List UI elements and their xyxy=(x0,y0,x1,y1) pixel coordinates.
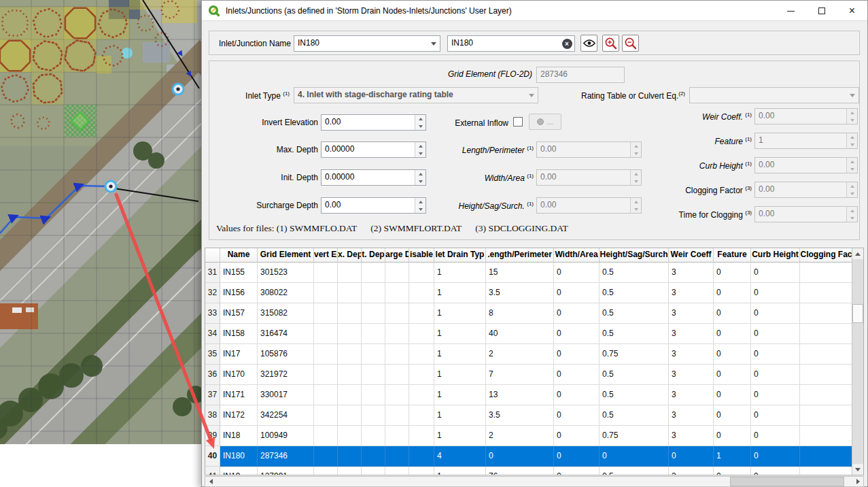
table-cell[interactable]: 0.75 xyxy=(600,344,669,365)
column-header-arge-d[interactable]: arge D xyxy=(385,248,409,263)
table-cell[interactable] xyxy=(385,365,409,385)
table-cell[interactable]: 1 xyxy=(434,303,486,324)
table-cell[interactable]: 0 xyxy=(751,446,800,467)
table-cell[interactable]: IN158 xyxy=(220,324,258,344)
inlet-junction-name-combo[interactable]: IN180 xyxy=(294,35,440,52)
table-row-in18[interactable]: 39IN181009491200.75300 xyxy=(205,426,863,446)
table-cell[interactable] xyxy=(338,405,362,426)
invert-elevation-field[interactable]: 0.00 xyxy=(321,114,426,131)
table-cell[interactable] xyxy=(800,467,853,475)
table-cell[interactable]: 0 xyxy=(714,467,751,475)
table-cell[interactable]: 0 xyxy=(714,405,751,426)
table-cell[interactable]: IN170 xyxy=(220,365,258,385)
table-cell[interactable]: 0 xyxy=(554,446,600,467)
close-button[interactable]: × xyxy=(837,1,867,21)
table-cell[interactable]: 2 xyxy=(486,344,554,365)
clear-input-icon[interactable]: × xyxy=(559,36,574,51)
table-cell[interactable]: 0 xyxy=(751,324,800,344)
table-cell[interactable]: 1 xyxy=(434,263,486,283)
table-row-in170[interactable]: 36IN1703219721700.5300 xyxy=(205,365,863,385)
column-header-let-drain-typ[interactable]: let Drain Typ xyxy=(434,248,486,263)
column-header-isable[interactable]: isable xyxy=(409,248,434,263)
horizontal-scroll-thumb[interactable] xyxy=(730,477,844,486)
table-row-in171[interactable]: 37IN17133001711300.5300 xyxy=(205,385,863,405)
table-cell[interactable] xyxy=(314,405,338,426)
table-cell[interactable] xyxy=(385,324,409,344)
table-cell[interactable]: 0 xyxy=(486,446,554,467)
column-header-rownum[interactable] xyxy=(205,248,220,263)
eye-button[interactable] xyxy=(580,35,597,52)
zoom-in-button[interactable] xyxy=(602,35,619,52)
table-cell[interactable] xyxy=(314,263,338,283)
table-cell[interactable]: 0 xyxy=(554,365,600,385)
table-cell[interactable] xyxy=(338,467,362,475)
table-cell[interactable]: 0 xyxy=(554,405,600,426)
table-cell[interactable] xyxy=(338,344,362,365)
table-cell[interactable]: 0 xyxy=(669,446,714,467)
table-cell[interactable]: 1 xyxy=(434,467,486,475)
table-cell[interactable] xyxy=(338,283,362,303)
column-header-x-dep[interactable]: x. Dep xyxy=(338,248,362,263)
init-depth-field[interactable]: 0.00000 xyxy=(321,169,426,186)
table-cell[interactable]: 0 xyxy=(751,283,800,303)
table-cell[interactable] xyxy=(314,324,338,344)
table-cell[interactable] xyxy=(385,283,409,303)
table-cell[interactable]: 0 xyxy=(714,365,751,385)
table-cell[interactable]: 0 xyxy=(751,467,800,475)
table-cell[interactable]: 3 xyxy=(669,283,714,303)
row-number[interactable]: 35 xyxy=(205,344,220,365)
vertical-scrollbar[interactable] xyxy=(852,248,863,475)
table-cell[interactable] xyxy=(362,263,385,283)
row-number[interactable]: 41 xyxy=(205,467,220,475)
table-cell[interactable]: 3 xyxy=(669,263,714,283)
table-cell[interactable]: 1 xyxy=(434,405,486,426)
table-cell[interactable] xyxy=(338,385,362,405)
table-cell[interactable] xyxy=(385,385,409,405)
table-cell[interactable]: 0 xyxy=(554,344,600,365)
table-cell[interactable]: 7 xyxy=(486,365,554,385)
maximize-button[interactable] xyxy=(806,1,837,21)
table-cell[interactable]: 0.5 xyxy=(600,283,669,303)
table-cell[interactable]: 3 xyxy=(669,467,714,475)
table-cell[interactable] xyxy=(362,365,385,385)
table-row-in156[interactable]: 32IN15630802213.500.5300 xyxy=(205,283,863,303)
table-cell[interactable] xyxy=(338,324,362,344)
scroll-down-icon[interactable] xyxy=(852,464,863,475)
scroll-left-icon[interactable] xyxy=(205,477,216,486)
table-cell[interactable]: 0 xyxy=(554,303,600,324)
surcharge-depth-field[interactable]: 0.00 xyxy=(321,197,426,214)
table-cell[interactable]: 0 xyxy=(751,303,800,324)
table-cell[interactable]: 4 xyxy=(434,446,486,467)
table-cell[interactable] xyxy=(800,303,853,324)
column-header-name[interactable]: Name xyxy=(220,248,258,263)
scroll-up-icon[interactable] xyxy=(852,248,863,259)
table-cell[interactable] xyxy=(314,303,338,324)
table-cell[interactable]: 3 xyxy=(669,426,714,446)
column-header-grid-element[interactable]: Grid Element xyxy=(258,248,314,263)
table-row-in157[interactable]: 33IN1573150821800.5300 xyxy=(205,303,863,324)
table-cell[interactable]: 308022 xyxy=(258,283,314,303)
table-cell[interactable] xyxy=(800,405,853,426)
row-number[interactable]: 33 xyxy=(205,303,220,324)
table-cell[interactable]: IN156 xyxy=(220,283,258,303)
column-header-weir-coeff[interactable]: Weir Coeff xyxy=(669,248,714,263)
table-cell[interactable]: 1 xyxy=(434,365,486,385)
table-cell[interactable]: 315082 xyxy=(258,303,314,324)
table-cell[interactable]: 0 xyxy=(600,446,669,467)
table-cell[interactable] xyxy=(409,344,434,365)
table-cell[interactable] xyxy=(338,446,362,467)
table-cell[interactable] xyxy=(409,365,434,385)
table-cell[interactable] xyxy=(314,426,338,446)
table-cell[interactable] xyxy=(385,263,409,283)
table-cell[interactable] xyxy=(362,426,385,446)
table-cell[interactable]: 0 xyxy=(714,303,751,324)
table-cell[interactable]: 1 xyxy=(434,426,486,446)
table-cell[interactable]: 1 xyxy=(434,283,486,303)
table-cell[interactable]: 0 xyxy=(751,263,800,283)
table-cell[interactable] xyxy=(362,446,385,467)
column-header-width-area[interactable]: Width/Area xyxy=(554,248,600,263)
table-cell[interactable] xyxy=(409,467,434,475)
table-cell[interactable]: 105876 xyxy=(258,344,314,365)
table-cell[interactable] xyxy=(362,467,385,475)
table-cell[interactable] xyxy=(409,263,434,283)
